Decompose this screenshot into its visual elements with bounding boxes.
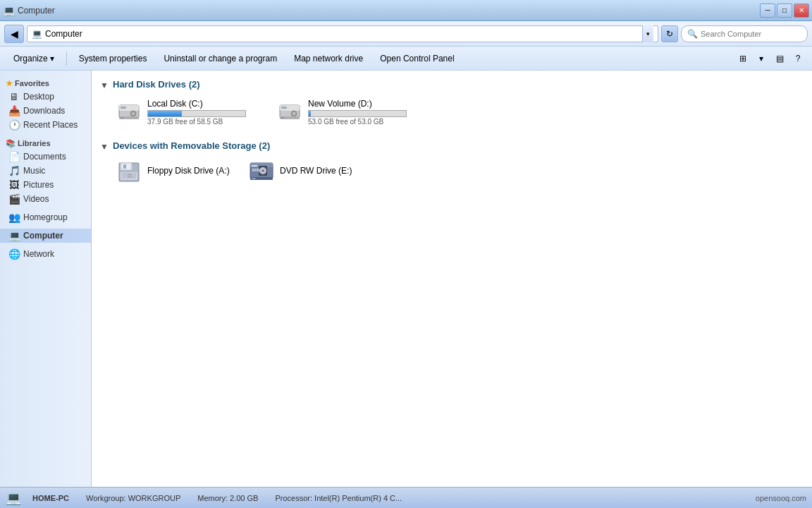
sidebar-item-music[interactable]: 🎵 Music [0,164,91,178]
search-input[interactable] [701,30,799,38]
search-icon: 🔍 [687,29,698,39]
removable-collapse-button[interactable]: ▼ [100,142,109,150]
drive-info-d: New Volume (D:) 53.0 GB free of 53.0 GB [308,99,422,126]
map-network-label: Map network drive [294,54,363,64]
sidebar-item-homegroup[interactable]: 👥 Homegroup [0,210,91,224]
address-path: Computer [45,29,639,39]
map-network-button[interactable]: Map network drive [286,49,371,68]
drive-name-c: Local Disk (C:) [147,99,262,109]
drive-item-e[interactable]: DVD DVD RW Drive (E:) [244,157,371,186]
svg-rect-13 [281,117,284,119]
sidebar-item-videos[interactable]: 🎬 Videos [0,192,91,206]
title-bar-left: 💻 Computer [3,5,55,16]
minimize-button[interactable]: ─ [760,4,775,18]
status-computer-icon: 💻 [6,490,21,506]
sidebar-item-pictures[interactable]: 🖼 Pictures [0,178,91,192]
views-button[interactable]: ⊞ [734,50,751,67]
desktop-icon: 🖥 [8,91,20,102]
drive-info-e: DVD RW Drive (E:) [280,166,366,177]
hard-disk-section-title[interactable]: Hard Disk Drives (2) [113,79,200,90]
watermark-text: opensooq.com [756,494,806,502]
drive-free-d: 53.0 GB free of 53.0 GB [308,118,422,126]
title-bar-text: Computer [18,6,55,16]
svg-rect-6 [121,117,123,119]
status-processor: Processor: Intel(R) Pentium(R) 4 C... [275,494,402,502]
svg-point-10 [293,112,295,115]
svg-rect-4 [121,107,126,109]
toolbar-right: ⊞ ▾ ▤ ? [734,50,806,67]
views-chevron-button[interactable]: ▾ [753,50,770,67]
videos-icon: 🎬 [8,193,20,205]
drive-name-a: Floppy Disk Drive (A:) [147,166,233,176]
open-control-panel-button[interactable]: Open Control Panel [372,49,462,68]
drive-info-a: Floppy Disk Drive (A:) [147,166,233,177]
drive-item-c[interactable]: Local Disk (C:) 37.9 GB free of 58.5 GB [111,95,266,129]
removable-section-header: ▼ Devices with Removable Storage (2) [100,140,804,151]
star-icon: ★ [6,79,13,87]
title-bar: 💻 Computer ─ □ ✕ [0,0,812,21]
svg-rect-11 [281,107,287,109]
homegroup-icon: 👥 [8,212,20,223]
drive-bar-c [147,110,246,117]
organize-button[interactable]: Organize ▾ [6,49,62,68]
address-input-wrapper: 💻 Computer ▾ [27,25,658,42]
system-properties-label: System properties [79,54,147,64]
recent-places-icon: 🕐 [8,119,20,131]
music-icon: 🎵 [8,165,20,176]
floppy-icon-a [116,160,142,183]
address-chevron-button[interactable]: ▾ [642,25,653,42]
main-layout: ★ Favorites 🖥 Desktop 📥 Downloads 🕐 Rece… [0,71,812,487]
organize-chevron-icon: ▾ [50,54,54,64]
drive-name-e: DVD RW Drive (E:) [280,166,366,176]
preview-pane-button[interactable]: ▤ [771,50,788,67]
system-properties-button[interactable]: System properties [71,49,155,68]
hdd-icon-c [116,101,142,123]
sidebar-item-computer[interactable]: 💻 Computer [0,229,91,243]
sidebar-item-desktop[interactable]: 🖥 Desktop [0,90,91,104]
toolbar-separator-1 [66,52,67,66]
search-box: 🔍 [681,25,808,42]
drive-bar-fill-c [148,111,182,116]
drive-free-c: 37.9 GB free of 58.5 GB [147,118,262,126]
uninstall-button[interactable]: Uninstall or change a program [156,49,285,68]
organize-label: Organize [13,54,48,64]
address-bar: ◀ 💻 Computer ▾ ↻ 🔍 [0,21,812,47]
maximize-button[interactable]: □ [777,4,792,18]
sidebar-item-downloads[interactable]: 📥 Downloads [0,104,91,118]
refresh-button[interactable]: ↻ [661,25,678,42]
libraries-section: 📚 Libraries 📄 Documents 🎵 Music 🖼 Pictur… [0,136,91,206]
libraries-icon: 📚 [6,139,16,147]
sidebar-item-network[interactable]: 🌐 Network [0,247,91,261]
content-area: ▼ Hard Disk Drives (2) [92,71,812,487]
svg-text:DVD: DVD [252,168,260,172]
pictures-icon: 🖼 [8,179,20,190]
status-computer-name: HOME-PC [32,494,69,502]
hard-disk-section-header: ▼ Hard Disk Drives (2) [100,79,804,90]
drive-bar-d [308,110,407,117]
drive-name-d: New Volume (D:) [308,99,422,109]
drive-item-d[interactable]: New Volume (D:) 53.0 GB free of 53.0 GB [272,95,427,129]
uninstall-label: Uninstall or change a program [164,54,277,64]
status-bar: 💻 HOME-PC Workgroup: WORKGROUP Memory: 2… [0,487,812,508]
documents-icon: 📄 [8,151,20,162]
svg-point-26 [262,170,264,171]
network-icon: 🌐 [8,248,20,260]
sidebar-item-recent-places[interactable]: 🕐 Recent Places [0,118,91,132]
close-button[interactable]: ✕ [794,4,809,18]
open-control-panel-label: Open Control Panel [380,54,454,64]
back-button[interactable]: ◀ [4,25,24,43]
downloads-icon: 📥 [8,105,20,116]
computer-section: 💻 Computer [0,229,91,243]
svg-point-3 [132,112,135,115]
removable-drives-grid: Floppy Disk Drive (A:) DVD [100,157,804,186]
sidebar-item-documents[interactable]: 📄 Documents [0,150,91,164]
help-button[interactable]: ? [789,50,806,67]
drive-item-a[interactable]: Floppy Disk Drive (A:) [111,157,238,186]
network-section: 🌐 Network [0,247,91,261]
status-workgroup: Workgroup: WORKGROUP [86,494,180,502]
hard-disk-collapse-button[interactable]: ▼ [100,80,109,89]
drive-bar-fill-d [309,111,311,116]
removable-section-title[interactable]: Devices with Removable Storage (2) [113,140,270,151]
libraries-header: 📚 Libraries [0,136,91,150]
homegroup-section: 👥 Homegroup [0,210,91,224]
